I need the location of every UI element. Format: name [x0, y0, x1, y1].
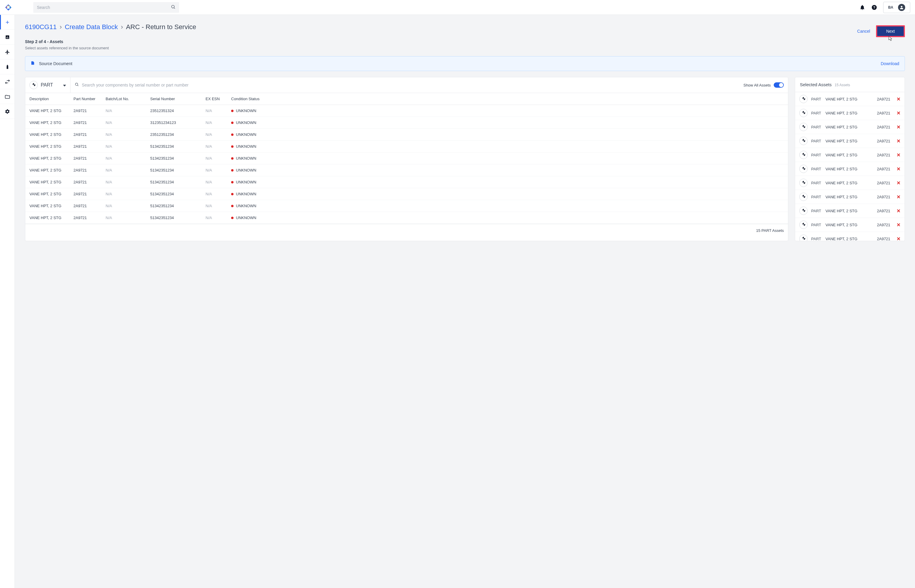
remove-icon[interactable]: ✕	[897, 208, 900, 214]
sidenav-folder[interactable]	[0, 89, 15, 104]
cell-pn: 2A9721	[73, 156, 105, 160]
cell-sn: 23512351234	[150, 132, 206, 137]
sidenav-tower[interactable]	[0, 60, 15, 74]
selected-header: Selected Assets 15 Assets	[795, 77, 905, 92]
selected-desc: VANE HPT, 2 STG	[826, 237, 873, 241]
cell-batch: N/A	[105, 156, 150, 160]
remove-icon[interactable]: ✕	[897, 236, 900, 241]
breadcrumb-l1[interactable]: 6190CG11	[25, 23, 57, 31]
remove-icon[interactable]: ✕	[897, 96, 900, 102]
sidenav-add[interactable]	[0, 15, 15, 30]
selected-pn: 2A9721	[877, 195, 893, 199]
remove-icon[interactable]: ✕	[897, 194, 900, 200]
cell-cond: UNKNOWN	[231, 204, 784, 208]
selected-desc: VANE HPT, 2 STG	[826, 167, 873, 171]
document-icon	[31, 61, 35, 66]
status-dot-icon	[231, 205, 233, 207]
table-row[interactable]: VANE HPT, 2 STG2A9721N/A312351234123N/AU…	[25, 117, 788, 129]
part-icon	[799, 193, 808, 201]
cell-sn: 51342351234	[150, 192, 206, 196]
selected-pn: 2A9721	[877, 223, 893, 227]
cell-sn: 51342351234	[150, 156, 206, 160]
global-search	[33, 2, 179, 13]
selected-item: PARTVANE HPT, 2 STG2A9721✕	[795, 204, 905, 218]
svg-point-1	[10, 7, 11, 8]
sidenav-settings[interactable]	[0, 104, 15, 119]
cell-pn: 2A9721	[73, 120, 105, 125]
table-row[interactable]: VANE HPT, 2 STG2A9721N/A51342351234N/AUN…	[25, 188, 788, 200]
svg-line-5	[174, 8, 175, 9]
selected-type: PART	[811, 153, 822, 157]
breadcrumb-sep: ›	[60, 23, 62, 31]
table-row[interactable]: VANE HPT, 2 STG2A9721N/A51342351234N/AUN…	[25, 176, 788, 188]
cell-pn: 2A9721	[73, 144, 105, 149]
svg-point-8	[901, 6, 902, 7]
show-all-label: Show All Assets	[743, 83, 771, 87]
table-row[interactable]: VANE HPT, 2 STG2A9721N/A51342351234N/AUN…	[25, 165, 788, 176]
status-dot-icon	[231, 121, 233, 124]
cell-desc: VANE HPT, 2 STG	[29, 215, 73, 220]
selected-pn: 2A9721	[877, 111, 893, 115]
selected-desc: VANE HPT, 2 STG	[826, 111, 873, 115]
cell-sn: 51342351234	[150, 168, 206, 173]
cell-ex: N/A	[206, 168, 231, 173]
remove-icon[interactable]: ✕	[897, 166, 900, 172]
sidenav-aircraft[interactable]	[0, 45, 15, 60]
remove-icon[interactable]: ✕	[897, 110, 900, 116]
cell-cond: UNKNOWN	[231, 156, 784, 160]
table-row[interactable]: VANE HPT, 2 STG2A9721N/A23512351234N/AUN…	[25, 129, 788, 141]
selected-type: PART	[811, 237, 822, 241]
col-batch: Batch/Lot No.	[105, 97, 150, 101]
breadcrumb-l2[interactable]: Create Data Block	[65, 23, 118, 31]
col-part-number: Part Number	[73, 97, 105, 101]
help-icon[interactable]: ?	[871, 5, 877, 10]
selected-item: PARTVANE HPT, 2 STG2A9721✕	[795, 148, 905, 162]
asset-type-dropdown[interactable]: PART	[25, 77, 71, 93]
remove-icon[interactable]: ✕	[897, 124, 900, 130]
selected-list: PARTVANE HPT, 2 STG2A9721✕PARTVANE HPT, …	[795, 92, 905, 241]
next-button[interactable]: Next	[876, 25, 905, 37]
notifications-icon[interactable]	[859, 5, 865, 10]
part-icon	[799, 179, 808, 187]
cell-ex: N/A	[206, 192, 231, 196]
breadcrumb: 6190CG11 › Create Data Block › ARC - Ret…	[25, 23, 196, 31]
remove-icon[interactable]: ✕	[897, 138, 900, 144]
filter-bar: PART Show All Assets	[25, 77, 788, 93]
svg-text:?: ?	[873, 5, 875, 9]
table-row[interactable]: VANE HPT, 2 STG2A9721N/A23512351324N/AUN…	[25, 105, 788, 117]
search-input[interactable]	[33, 2, 179, 13]
remove-icon[interactable]: ✕	[897, 222, 900, 228]
selected-item: PARTVANE HPT, 2 STG2A9721✕	[795, 162, 905, 176]
selected-desc: VANE HPT, 2 STG	[826, 195, 873, 199]
table-row[interactable]: VANE HPT, 2 STG2A9721N/A51342351234N/AUN…	[25, 212, 788, 224]
table-body: VANE HPT, 2 STG2A9721N/A23512351324N/AUN…	[25, 105, 788, 224]
doc-label: Source Document	[39, 61, 72, 66]
breadcrumb-current: ARC - Return to Service	[126, 23, 196, 31]
show-all-toggle[interactable]	[774, 82, 784, 88]
remove-icon[interactable]: ✕	[897, 180, 900, 186]
table-row[interactable]: VANE HPT, 2 STG2A9721N/A51342351234N/AUN…	[25, 152, 788, 165]
cell-pn: 2A9721	[73, 204, 105, 208]
sidenav-dashboard[interactable]	[0, 30, 15, 45]
cancel-button[interactable]: Cancel	[857, 29, 870, 34]
cell-sn: 51342351234	[150, 215, 206, 220]
selected-title: Selected Assets	[800, 82, 832, 87]
cell-batch: N/A	[105, 168, 150, 173]
cell-batch: N/A	[105, 215, 150, 220]
svg-line-18	[78, 85, 79, 86]
table-row[interactable]: VANE HPT, 2 STG2A9721N/A51342351234N/AUN…	[25, 141, 788, 152]
download-link[interactable]: Download	[881, 61, 899, 66]
app-logo[interactable]	[5, 4, 12, 11]
table-row[interactable]: VANE HPT, 2 STG2A9721N/A51342351234N/AUN…	[25, 200, 788, 212]
user-badge[interactable]: BA	[883, 2, 910, 13]
cell-batch: N/A	[105, 144, 150, 149]
selected-type: PART	[811, 223, 822, 227]
sidenav-transfer[interactable]	[0, 74, 15, 89]
selected-pn: 2A9721	[877, 237, 893, 241]
status-dot-icon	[231, 157, 233, 160]
cell-ex: N/A	[206, 132, 231, 137]
component-search-input[interactable]	[74, 79, 735, 91]
remove-icon[interactable]: ✕	[897, 152, 900, 158]
cell-cond: UNKNOWN	[231, 108, 784, 113]
cell-sn: 51342351234	[150, 144, 206, 149]
